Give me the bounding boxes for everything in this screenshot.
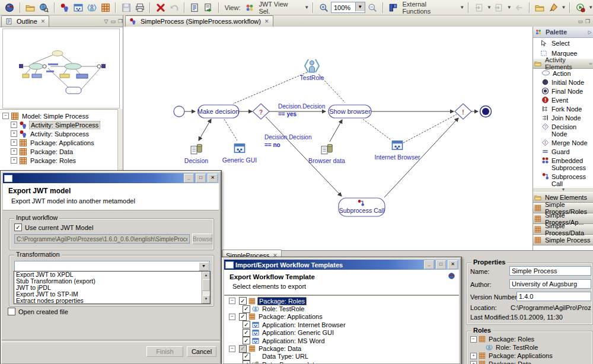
scroll-thumb[interactable]: [202, 279, 210, 291]
palette-drawer-simple-process-data[interactable]: Simple Process/Data: [533, 224, 593, 235]
checkbox-checked[interactable]: ✓: [243, 337, 250, 344]
print-icon[interactable]: [133, 1, 146, 14]
back-icon[interactable]: [513, 1, 525, 14]
scroll-up-icon[interactable]: ▲: [202, 272, 210, 280]
tree-row[interactable]: Role: TestRole: [470, 343, 591, 352]
external-functions-label[interactable]: External Functions: [403, 1, 457, 15]
palette-item-subprocess-call[interactable]: Subprocess Call: [533, 172, 593, 188]
close-icon[interactable]: ✕: [41, 18, 46, 24]
checkbox-checked[interactable]: ✓: [243, 321, 250, 328]
undo-icon[interactable]: [168, 1, 180, 14]
insert-edge-icon[interactable]: [493, 1, 505, 14]
palette-item-initial-node[interactable]: Initial Node: [533, 78, 593, 87]
tab-outline[interactable]: Outline ✕: [1, 15, 49, 27]
tree-item-label[interactable]: Package: Applications: [29, 139, 95, 146]
expander-icon[interactable]: +: [470, 361, 477, 364]
palette-item-embedded-subprocess[interactable]: Embedded Subprocess: [533, 156, 583, 172]
decision-node[interactable]: ?: [253, 104, 269, 119]
tree-row[interactable]: ✓ Data: Browser data: [229, 360, 459, 363]
import-dialog-titlebar[interactable]: Import/Export Workflow Templates _ □ ✕: [224, 260, 459, 270]
expander-icon[interactable]: −: [470, 336, 477, 343]
palette-item-fork-node[interactable]: Fork Node: [533, 104, 593, 113]
tab-simpleprocess-workflow[interactable]: SimpleProcess (SimpleProcess.workflow) ✕: [125, 15, 273, 27]
expander-icon[interactable]: −: [229, 314, 235, 320]
action-show-browser[interactable]: Show browser: [329, 105, 371, 118]
tree-row[interactable]: − ✓ Package: Applications: [229, 313, 459, 321]
list-scrollbar[interactable]: ▲ ▼: [202, 272, 210, 304]
checkbox-grayed[interactable]: ✓: [239, 345, 247, 353]
palette-collapse-icon[interactable]: ▷: [588, 30, 592, 35]
scroll-down-icon[interactable]: ▼: [202, 295, 210, 304]
format-brush-icon[interactable]: [547, 1, 560, 14]
subprocess-call-node[interactable]: Subprocess Call: [339, 198, 385, 216]
export-view-icon[interactable]: [202, 1, 215, 14]
tree-item-label[interactable]: Activity: SimpleProcess: [29, 121, 100, 129]
zoom-combo-dropdown[interactable]: ▼: [355, 2, 365, 11]
close-icon[interactable]: ✕: [264, 18, 269, 24]
expander-icon[interactable]: +: [11, 148, 17, 155]
guard-yes-label[interactable]: Decision.Decision == yes: [278, 103, 325, 117]
palette-item-join-node[interactable]: Join Node: [533, 113, 593, 122]
final-node[interactable]: [480, 106, 492, 117]
palette-item-final-node[interactable]: Final Node: [533, 87, 593, 95]
tree-row[interactable]: ✓ Data Type: URL: [229, 353, 459, 360]
chevron-down-icon[interactable]: ▼: [561, 5, 566, 10]
chevron-down-icon[interactable]: ▼: [487, 5, 492, 10]
close-button[interactable]: ✕: [448, 260, 458, 269]
palette-group-activity-elements[interactable]: Activity Elements ∞: [533, 58, 593, 69]
maximize-button[interactable]: □: [196, 174, 206, 183]
new-role-icon[interactable]: [86, 1, 98, 14]
checkbox-checked[interactable]: ✓: [239, 313, 247, 321]
tree-row[interactable]: + Package: Applications: [0, 138, 118, 147]
open-model-icon[interactable]: [24, 1, 37, 14]
palette-item-decision-node[interactable]: Decision Node: [533, 122, 593, 138]
tree-item-label[interactable]: Package: Data: [29, 148, 74, 155]
tree-row[interactable]: ✓ Application: MS Word: [229, 337, 459, 344]
expander-icon[interactable]: +: [11, 139, 17, 146]
tree-row[interactable]: + Package: Data: [0, 147, 118, 156]
expander-icon[interactable]: +: [11, 130, 17, 137]
application-internet-browser[interactable]: Internet Browser: [374, 141, 420, 161]
use-current-checkbox[interactable]: ✓: [14, 223, 22, 231]
view-menu-icon[interactable]: ▽: [104, 18, 108, 24]
minimize-icon[interactable]: ▭: [110, 18, 116, 24]
application-generic-gui[interactable]: Generic GUI: [222, 144, 257, 164]
zoom-out-icon[interactable]: [366, 1, 379, 14]
tree-row[interactable]: ✓ Application: Internet Browser: [229, 321, 459, 328]
list-item[interactable]: Extract nodes properties: [14, 298, 210, 304]
chevron-down-icon[interactable]: ▼: [304, 5, 309, 10]
chevron-down-icon[interactable]: ▼: [460, 5, 464, 10]
checkbox-checked[interactable]: ✓: [243, 329, 250, 337]
use-current-label[interactable]: Use current JWT Model: [25, 224, 93, 231]
merge-node[interactable]: !: [455, 104, 471, 119]
checkbox-checked[interactable]: ✓: [243, 353, 250, 360]
palette-item-merge-node[interactable]: Merge Node: [533, 138, 593, 147]
finish-button[interactable]: Finish: [146, 346, 183, 357]
palette-drawer-simple-process[interactable]: Simple Process: [533, 235, 593, 245]
maximize-button[interactable]: □: [436, 260, 446, 269]
open-created-checkbox[interactable]: [8, 308, 15, 315]
new-package-icon[interactable]: [99, 1, 111, 14]
data-decision[interactable]: Decision: [184, 145, 208, 164]
export-dialog-titlebar[interactable]: _ □ ✕: [3, 173, 219, 183]
open-folder-icon[interactable]: [534, 1, 546, 14]
tree-row[interactable]: − Model: Simple Process: [0, 111, 118, 120]
name-field[interactable]: [509, 266, 591, 276]
pin-icon[interactable]: ∞: [589, 61, 592, 66]
tree-row[interactable]: + Package: Roles: [0, 156, 118, 165]
save-icon[interactable]: [120, 1, 132, 14]
zoom-in-icon[interactable]: [317, 1, 330, 14]
author-field[interactable]: [509, 279, 591, 289]
palette-header[interactable]: Palette ▷: [533, 27, 593, 38]
maximize-icon[interactable]: ❐: [585, 18, 590, 24]
minimize-icon[interactable]: ▭: [578, 18, 583, 24]
tree-row[interactable]: + Activity: Subprocess: [0, 129, 118, 138]
tree-row[interactable]: − Package: Roles: [470, 335, 591, 343]
action-make-decision[interactable]: Make decision: [197, 105, 239, 118]
expander-icon[interactable]: −: [229, 346, 235, 352]
tree-item-label[interactable]: Activity: Subprocess: [29, 130, 90, 138]
guard-no-label[interactable]: Decision.Decision == no: [264, 134, 311, 148]
browse-button[interactable]: Browse: [192, 234, 212, 244]
tree-item-label[interactable]: Model: Simple Process: [21, 113, 90, 120]
tree-row[interactable]: − ✓ Package: Data: [229, 344, 459, 352]
